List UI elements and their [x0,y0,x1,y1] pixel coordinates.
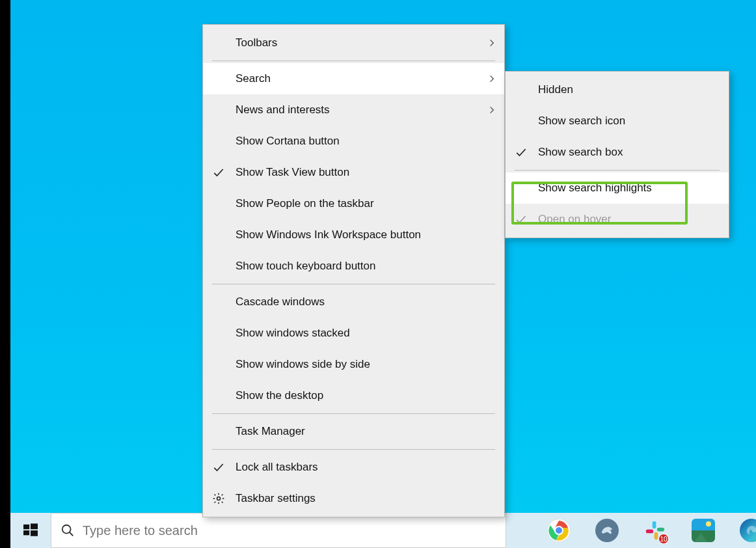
menu-item-cascade[interactable]: Cascade windows [203,286,504,318]
menu-separator [212,284,495,284]
slack-badge: 10 [658,534,669,544]
search-submenu: Hidden Show search icon Show search box … [505,71,729,238]
menu-item-label: Show search highlights [538,182,718,195]
menu-item-label: Task Manager [236,425,494,438]
menu-item-sidebyside[interactable]: Show windows side by side [203,349,504,380]
submenu-item-open-on-hover: Open on hover [506,204,729,235]
svg-rect-12 [646,530,653,534]
check-icon [515,213,528,226]
menu-item-label: Show search icon [538,115,718,128]
menu-item-ink[interactable]: Show Windows Ink Workspace button [203,219,504,251]
svg-point-13 [217,497,221,500]
check-icon [515,146,528,159]
submenu-item-show-icon[interactable]: Show search icon [506,105,729,137]
menu-item-stacked[interactable]: Show windows stacked [203,318,504,349]
menu-item-search[interactable]: Search [203,63,504,94]
check-icon [212,166,225,179]
menu-item-label: Show Task View button [236,166,494,179]
search-icon [61,523,75,538]
svg-line-5 [70,532,74,536]
menu-item-toolbars[interactable]: Toolbars [203,27,504,59]
svg-rect-1 [31,523,38,529]
taskbar-app-edge[interactable] [739,518,756,543]
taskbar: 10 [10,513,756,548]
taskbar-app-chrome[interactable] [547,518,571,543]
menu-separator [515,170,720,171]
taskbar-app-slack[interactable]: 10 [643,518,668,543]
taskbar-tray: 10 [506,513,756,548]
start-button[interactable] [10,513,51,548]
menu-item-label: Open on hover [538,213,718,226]
menu-item-lock[interactable]: Lock all taskbars [203,452,504,483]
menu-item-label: Toolbars [236,36,494,49]
windows-logo-icon [23,523,38,538]
menu-item-settings[interactable]: Taskbar settings [203,483,504,514]
menu-separator [212,61,495,61]
menu-item-showdesktop[interactable]: Show the desktop [203,380,504,411]
menu-item-label: Show windows side by side [236,358,494,371]
menu-item-label: Show search box [538,146,718,159]
taskbar-app-mysql[interactable] [595,518,619,543]
menu-item-label: News and interests [236,103,494,116]
menu-separator [212,449,495,450]
menu-item-label: Search [236,72,494,85]
menu-item-label: Show People on the taskbar [236,197,494,210]
menu-item-label: Taskbar settings [236,492,494,505]
menu-item-people[interactable]: Show People on the taskbar [203,188,504,219]
gear-icon [212,492,225,505]
menu-item-label: Lock all taskbars [236,461,494,474]
submenu-item-show-box[interactable]: Show search box [506,137,729,168]
check-icon [212,461,225,474]
taskbar-search-box[interactable] [51,513,506,548]
menu-item-taskmgr[interactable]: Task Manager [203,416,504,447]
submenu-item-highlights[interactable]: Show search highlights [506,172,729,204]
menu-item-label: Show the desktop [236,389,494,402]
svg-point-4 [62,525,71,534]
svg-rect-0 [23,525,29,529]
search-input[interactable] [83,523,496,538]
taskbar-context-menu: Toolbars Search News and interests Show … [202,24,505,517]
menu-item-news[interactable]: News and interests [203,94,504,126]
svg-rect-3 [31,530,38,536]
taskbar-app-photos[interactable] [691,518,716,543]
dolphin-icon [600,523,614,538]
chrome-icon [548,520,569,541]
menu-item-label: Show Windows Ink Workspace button [236,228,494,241]
menu-separator [212,413,495,414]
chevron-right-icon [487,105,496,115]
edge-icon [744,523,756,538]
menu-item-label: Show Cortana button [236,135,494,148]
menu-item-label: Hidden [538,83,718,96]
svg-rect-9 [653,521,656,528]
svg-rect-10 [657,528,664,532]
menu-item-label: Cascade windows [236,295,494,308]
submenu-item-hidden[interactable]: Hidden [506,74,729,105]
menu-item-cortana[interactable]: Show Cortana button [203,126,504,157]
menu-item-label: Show touch keyboard button [236,260,494,273]
menu-item-touchkb[interactable]: Show touch keyboard button [203,251,504,282]
chevron-right-icon [487,74,496,83]
menu-item-label: Show windows stacked [236,327,494,340]
menu-item-taskview[interactable]: Show Task View button [203,157,504,188]
svg-rect-11 [655,532,658,540]
chevron-right-icon [487,38,496,48]
svg-rect-2 [23,530,29,535]
photos-icon [692,519,715,542]
